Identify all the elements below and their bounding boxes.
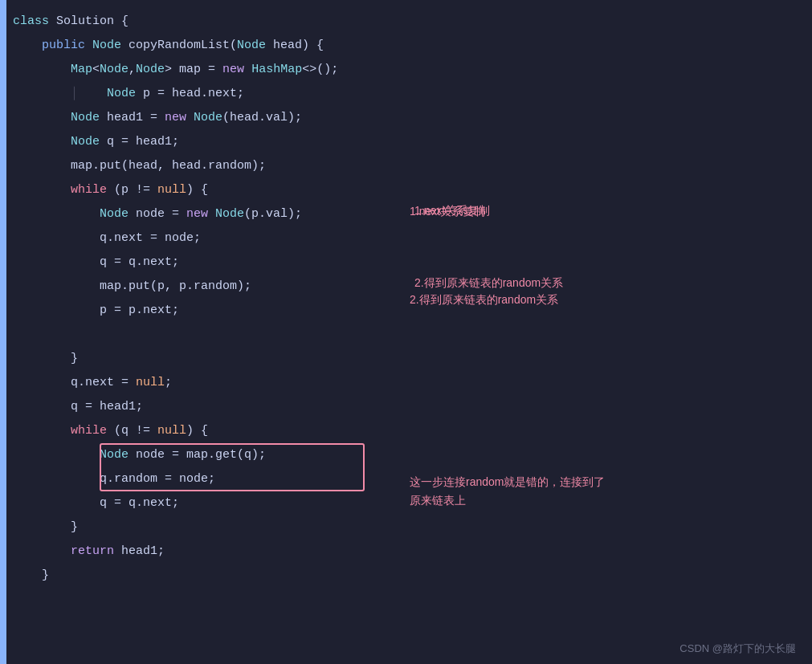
code-line-11: q = q.next; <box>13 251 812 275</box>
annotation-text-1: 1.next关系复制 <box>410 205 485 219</box>
code-line-22: } <box>13 515 812 540</box>
code-line-4: │ Node p = head.next; <box>13 82 812 106</box>
code-line-15: } <box>13 347 812 371</box>
code-line-6: Node q = head1; <box>13 130 812 154</box>
code-line-16: q.next = null; <box>13 371 812 395</box>
code-line-23: return head1; <box>13 540 812 564</box>
code-line-14 <box>13 323 812 347</box>
code-line-5: Node head1 = new Node(head.val); <box>13 106 812 130</box>
annotation-text-2: 2.得到原来链表的random关系 <box>410 293 558 308</box>
code-line-3: Map<Node,Node> map = new HashMap<>(); <box>13 58 812 82</box>
code-block: class Solution { public Node copyRandomL… <box>0 0 812 664</box>
code-line-7: map.put(head, head.random); <box>13 154 812 178</box>
code-line-24: } <box>13 564 812 588</box>
code-line-2: public Node copyRandomList(Node head) { <box>13 34 812 58</box>
code-line-19: Node node = map.get(q); <box>13 443 812 467</box>
code-line-1: class Solution { <box>13 10 812 34</box>
annotation-text-3-line1: 这一步连接random就是错的，连接到了 <box>410 475 605 490</box>
code-line-18: while (q != null) { <box>13 419 812 443</box>
left-accent-bar <box>0 0 6 664</box>
watermark: CSDN @路灯下的大长腿 <box>679 642 796 656</box>
annotation-2: 2.得到原来链表的random关系 <box>414 276 563 291</box>
annotation-text-3-line2: 原来链表上 <box>410 494 466 508</box>
code-line-17: q = head1; <box>13 395 812 419</box>
code-line-10: q.next = node; <box>13 226 812 251</box>
code-line-8: while (p != null) { <box>13 178 812 202</box>
